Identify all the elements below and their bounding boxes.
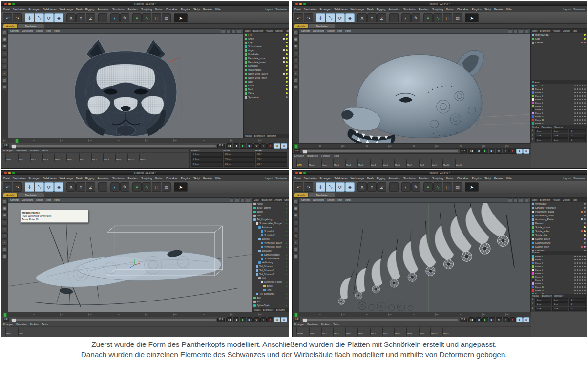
enable-dot-icon[interactable]: [286, 85, 288, 86]
lock-icon[interactable]: ▥: [293, 85, 299, 90]
keyframe-button[interactable]: ●: [509, 149, 516, 154]
layer-toggle-icon[interactable]: [582, 259, 583, 260]
layer-toggle-icon[interactable]: [577, 279, 578, 281]
position-field[interactable]: 0 cm: [535, 129, 551, 133]
object-row[interactable]: Biegen✓: [252, 284, 289, 288]
layer-row[interactable]: Ebene 9: [531, 111, 587, 115]
attribute-menu-item[interactable]: Bearbeiten: [263, 309, 274, 311]
material-sphere[interactable]: [345, 158, 346, 168]
render-view-icon[interactable]: ◐: [401, 13, 411, 22]
layer-toggle-icon[interactable]: [584, 259, 586, 260]
material-item[interactable]: Mat.2: [330, 327, 342, 336]
timeline-ruler[interactable]: 0102030405060708090: [293, 144, 531, 149]
axis-mode-icon[interactable]: ⌖: [293, 240, 299, 246]
layer-toggle-icon[interactable]: [577, 119, 578, 121]
viewport[interactable]: KamerasDarstellungAnsichtFilterPanel: [8, 198, 252, 312]
material-menu-item[interactable]: Erzeugen: [3, 323, 13, 326]
coord-system-icon[interactable]: ⬚: [389, 182, 399, 192]
menu-item[interactable]: Charakter: [457, 8, 469, 11]
points-mode-icon[interactable]: ∷: [2, 50, 8, 56]
layer-toggle-icon[interactable]: [579, 88, 581, 90]
enable-dot-icon[interactable]: [286, 42, 288, 43]
texture-mode-icon[interactable]: ▦: [2, 37, 8, 43]
menu-item[interactable]: Mesh: [367, 8, 373, 11]
add-spline-icon[interactable]: ∿: [142, 13, 151, 22]
layer-color-swatch[interactable]: [532, 122, 534, 125]
object-row[interactable]: Schnörkel.1✓: [252, 233, 289, 237]
object-row[interactable]: Nase: [244, 80, 289, 84]
attribute-menu-item[interactable]: Benutzer: [276, 309, 285, 311]
material-sphere[interactable]: [357, 158, 358, 168]
layer-color-swatch[interactable]: [532, 119, 534, 121]
redo-icon[interactable]: ↷: [304, 182, 313, 192]
texture-tag-icon[interactable]: [283, 49, 285, 51]
enable-dot-icon[interactable]: [584, 218, 586, 220]
layer-toggle-icon[interactable]: [579, 279, 581, 281]
menu-item[interactable]: Animation: [388, 177, 400, 180]
material-sphere[interactable]: [442, 158, 443, 168]
material-item[interactable]: Mat.2: [27, 153, 39, 162]
layer-toggle-icon[interactable]: [582, 119, 583, 121]
layer-toggle-icon[interactable]: [577, 283, 578, 284]
layer-toggle-icon[interactable]: [584, 116, 586, 117]
menu-item[interactable]: Datei: [3, 8, 10, 11]
layer-row[interactable]: Ebene 7: [531, 275, 587, 279]
cursor-tool-icon[interactable]: ➤: [465, 182, 479, 192]
layer-toggle-icon[interactable]: [574, 279, 576, 281]
material-item[interactable]: Muster: [294, 327, 305, 336]
menu-item[interactable]: Fenster: [494, 177, 504, 180]
texture-tag-icon[interactable]: [581, 42, 583, 43]
object-row[interactable]: Wirbelsäule: [531, 202, 587, 206]
material-sphere[interactable]: [357, 327, 358, 336]
keyframe-button[interactable]: ●: [267, 143, 273, 149]
object-row[interactable]: Element: [531, 221, 587, 225]
layer-toggle-icon[interactable]: [574, 95, 576, 97]
add-object-icon[interactable]: ●: [132, 13, 142, 22]
material-item[interactable]: Mat.3: [355, 159, 366, 168]
lock-icon[interactable]: ▥: [2, 85, 8, 90]
edges-mode-icon[interactable]: ◇: [293, 57, 299, 63]
layer-toggle-icon[interactable]: [577, 116, 578, 117]
material-sphere[interactable]: [115, 153, 116, 162]
material-item[interactable]: Mat.7: [88, 153, 100, 162]
layer-toggle-icon[interactable]: [574, 85, 576, 86]
viewport-layout-icon[interactable]: [524, 29, 528, 33]
viewport-menu-item[interactable]: Kameras: [301, 199, 310, 201]
menu-item[interactable]: Rendern: [419, 8, 429, 11]
layer-toggle-icon[interactable]: [584, 276, 586, 278]
viewport-layout-icon[interactable]: [513, 198, 518, 202]
viewport-menu-item[interactable]: Filter: [46, 30, 51, 32]
viewport-layout-icon[interactable]: [237, 29, 241, 33]
size-field[interactable]: 0 cm: [552, 302, 568, 306]
object-row[interactable]: Maul: [244, 87, 289, 91]
render-view-icon[interactable]: ◐: [401, 182, 411, 192]
layer-toggle-icon[interactable]: [584, 273, 586, 274]
layer-toggle-icon[interactable]: [584, 85, 586, 86]
layer-toggle-icon[interactable]: [584, 283, 586, 284]
object-row[interactable]: Axt: [252, 300, 289, 303]
render-settings-icon[interactable]: ✎: [120, 182, 129, 192]
object-menu-item[interactable]: Ansicht: [553, 199, 560, 201]
size-field[interactable]: 0 cm: [552, 129, 568, 133]
layer-toggle-icon[interactable]: [579, 85, 581, 86]
attribute-menu-item[interactable]: Modus: [254, 309, 261, 311]
coord-system-icon[interactable]: ⬚: [98, 13, 107, 22]
layer-color-swatch[interactable]: [532, 286, 534, 288]
rotation-field[interactable]: X 0 °: [256, 152, 287, 157]
menu-item[interactable]: Charakter: [166, 8, 178, 11]
material-menu-item[interactable]: Funktion: [321, 155, 330, 157]
viewport-menu-item[interactable]: Panel: [345, 199, 351, 201]
material-menu-item[interactable]: Bearbeiten: [307, 323, 318, 326]
workplane-icon[interactable]: ⊞: [2, 213, 8, 218]
layer-toggle-icon[interactable]: [579, 259, 581, 260]
snap-icon[interactable]: ◫: [293, 247, 299, 253]
menu-item[interactable]: Bearbeiten: [304, 177, 317, 180]
object-row[interactable]: Ring: [252, 288, 289, 292]
object-row[interactable]: Nasen-Deko_außen: [244, 72, 289, 76]
enable-dot-icon[interactable]: [286, 65, 288, 67]
scale-icon[interactable]: ⤡: [326, 182, 335, 192]
viewport-layout-icon[interactable]: [230, 198, 234, 202]
material-menu-item[interactable]: Textur: [42, 323, 48, 326]
material-menu-item[interactable]: Erzeugen: [294, 155, 304, 157]
viewport[interactable]: KamerasDarstellungAnsichtFilterPanel: [299, 198, 530, 312]
